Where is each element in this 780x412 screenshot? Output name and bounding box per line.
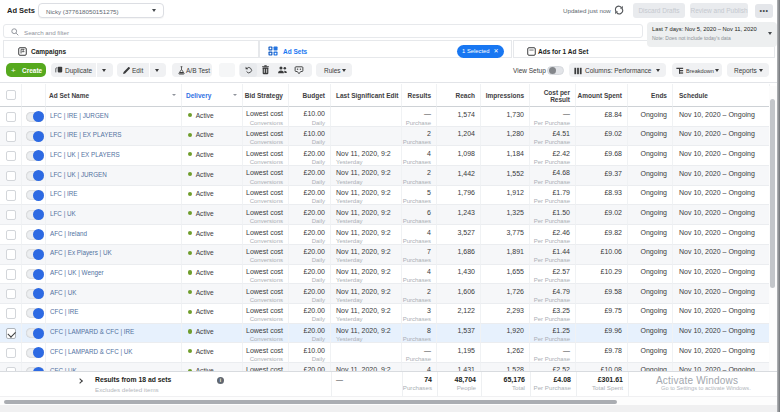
header-bid-strategy[interactable]: Bid Strategy: [243, 84, 289, 107]
adset-name-link[interactable]: CFC | LAMPARD & CFC | IRE: [46, 324, 181, 337]
row-active-toggle[interactable]: [26, 210, 44, 220]
create-label: Create: [22, 67, 42, 74]
row-active-toggle[interactable]: [26, 328, 44, 338]
activate-windows-note: Go to Settings to activate Windows.: [661, 385, 751, 391]
horizontal-scrollbar-thumb[interactable]: [4, 400, 617, 404]
footer-gridline: [331, 372, 332, 398]
window-edge: [777, 0, 780, 412]
header-results[interactable]: Results: [402, 84, 437, 107]
header-delivery[interactable]: Delivery: [182, 84, 243, 107]
header-impressions[interactable]: Impressions: [481, 84, 530, 107]
header-amount-spent[interactable]: Amount Spent: [576, 84, 628, 107]
reports-button[interactable]: Reports: [727, 63, 769, 77]
clear-selection-icon[interactable]: ✕: [493, 48, 498, 54]
account-dropdown[interactable]: Nicky (377618050151275): [38, 3, 164, 18]
row-active-toggle[interactable]: [26, 131, 44, 141]
row-active-toggle[interactable]: [26, 269, 44, 279]
header-schedule[interactable]: Schedule: [673, 84, 770, 107]
selected-count-pill[interactable]: 1 Selected✕: [457, 45, 504, 58]
row-checkbox[interactable]: [6, 348, 17, 359]
info-icon[interactable]: i: [217, 377, 224, 384]
row-active-toggle[interactable]: [26, 171, 44, 181]
results-summary: Results from 18 ad sets: [95, 376, 171, 383]
row-checkbox[interactable]: [6, 308, 17, 319]
row-checkbox[interactable]: [6, 151, 17, 162]
table-row: AFC | IrelandActiveLowest costConversion…: [0, 225, 770, 245]
horizontal-scrollbar[interactable]: [0, 397, 777, 405]
rules-button[interactable]: Rules: [316, 63, 352, 77]
row-active-toggle[interactable]: [26, 190, 44, 200]
row-checkbox[interactable]: [6, 249, 17, 260]
status-dot-icon: [188, 329, 192, 333]
row-active-toggle[interactable]: [26, 308, 44, 318]
header-last-edit[interactable]: Last Significant Edit: [331, 84, 402, 107]
adset-name-link[interactable]: AFC | UK | Wenger: [46, 265, 181, 278]
adset-name-link[interactable]: LFC | IRE | JURGEN: [46, 107, 181, 120]
row-checkbox[interactable]: [6, 112, 17, 123]
row-active-toggle[interactable]: [26, 348, 44, 358]
row-active-toggle[interactable]: [26, 289, 44, 299]
delivery-status: Active: [182, 363, 242, 371]
adset-name-link[interactable]: LFC | IRE | EX PLAYERS: [46, 127, 181, 140]
tab-campaigns[interactable]: Campaigns: [3, 40, 259, 58]
duplicate-button[interactable]: Duplicate: [51, 63, 113, 77]
row-active-toggle[interactable]: [26, 112, 44, 122]
audiences-button[interactable]: [277, 66, 288, 74]
discard-drafts-button[interactable]: Discard Drafts: [633, 3, 685, 18]
header-reach[interactable]: Reach: [437, 84, 481, 107]
row-checkbox[interactable]: [6, 289, 17, 300]
row-checkbox[interactable]: [6, 269, 17, 280]
preview-button[interactable]: [294, 66, 304, 75]
table-row: LFC | IRE | JURGENActiveLowest costConve…: [0, 107, 770, 127]
row-checkbox[interactable]: [6, 171, 17, 182]
columns-button[interactable]: Columns: Performance: [569, 63, 666, 77]
header-adset-name[interactable]: Ad Set Name: [46, 84, 182, 107]
edit-caret[interactable]: [149, 63, 166, 77]
header-cost-per-result[interactable]: Cost perResult: [530, 84, 576, 107]
adset-name-link[interactable]: LFC | UK: [46, 205, 181, 218]
header-budget[interactable]: Budget: [289, 84, 331, 107]
create-button[interactable]: + Create: [6, 63, 46, 77]
vertical-scrollbar-thumb[interactable]: [770, 99, 775, 288]
adset-name-link[interactable]: CFC | UK: [46, 363, 181, 371]
row-checkbox[interactable]: [6, 131, 17, 142]
row-checkbox[interactable]: [6, 210, 17, 221]
row-active-toggle[interactable]: [26, 249, 44, 259]
adset-name-link[interactable]: CFC | IRE: [46, 304, 181, 317]
rules-label: Rules: [324, 67, 341, 74]
refresh-icon[interactable]: [614, 5, 626, 17]
undo-button[interactable]: [240, 63, 257, 77]
tab-adsets[interactable]: Ad Sets 1 Selected✕: [259, 40, 512, 58]
row-checkbox[interactable]: [6, 190, 17, 201]
edit-button[interactable]: Edit: [117, 63, 166, 77]
ab-test-button[interactable]: A/B Test: [172, 63, 212, 77]
review-publish-button[interactable]: Review and Publish: [690, 3, 748, 18]
adset-name-link[interactable]: LFC | IRE: [46, 186, 181, 199]
select-all-checkbox[interactable]: [6, 90, 17, 101]
table-row: CFC | UKActiveLowest costConversions£20.…: [0, 363, 770, 371]
more-options-button[interactable]: •••: [755, 4, 773, 18]
adset-name-link[interactable]: CFC | LAMPARD & CFC | UK: [46, 343, 181, 356]
status-dot-icon: [188, 349, 192, 353]
header-ends[interactable]: Ends: [628, 84, 673, 107]
duplicate-caret[interactable]: [96, 63, 113, 77]
breakdown-button[interactable]: Breakdown: [672, 63, 722, 77]
adset-name-link[interactable]: LFC | UK | JURGEN: [46, 166, 181, 179]
date-range-selector[interactable]: Last 7 days: Nov 5, 2020 – Nov 11, 2020 …: [647, 22, 777, 47]
adset-name-link[interactable]: AFC | Ireland: [46, 225, 181, 238]
view-setup-toggle[interactable]: [547, 66, 564, 75]
delivery-status: Active: [182, 205, 242, 218]
date-range-label: Last 7 days: Nov 5, 2020 – Nov 11, 2020: [652, 26, 757, 32]
delivery-status: Active: [182, 284, 242, 297]
row-checkbox[interactable]: [6, 328, 17, 339]
adset-name-link[interactable]: AFC | Ex Players | UK: [46, 245, 181, 258]
search-input[interactable]: Search and filter: [3, 24, 643, 38]
delete-button[interactable]: [261, 65, 270, 75]
row-active-toggle[interactable]: [26, 151, 44, 161]
row-checkbox[interactable]: [6, 230, 17, 241]
adset-name-link[interactable]: AFC | UK: [46, 284, 181, 297]
expand-results-icon[interactable]: [77, 378, 83, 384]
sort-icon: [233, 94, 237, 96]
row-active-toggle[interactable]: [26, 230, 44, 240]
adset-name-link[interactable]: LFC | UK | EX PLAYERS: [46, 146, 181, 159]
